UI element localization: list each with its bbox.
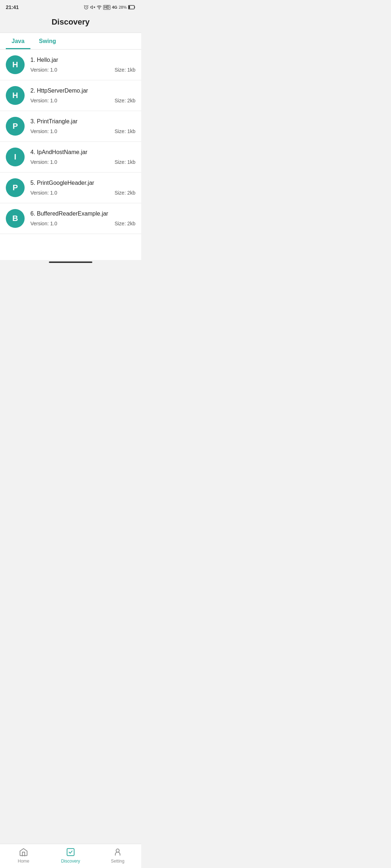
item-meta: Version: 1.0 Size: 2kb bbox=[30, 221, 135, 226]
item-version: Version: 1.0 bbox=[30, 190, 57, 196]
item-meta: Version: 1.0 Size: 2kb bbox=[30, 98, 135, 103]
jar-list: H 1. Hello.jar Version: 1.0 Size: 1kb H … bbox=[0, 50, 141, 260]
item-name: 1. Hello.jar bbox=[30, 57, 135, 63]
item-size: Size: 1kb bbox=[114, 67, 135, 73]
alarm-icon bbox=[84, 5, 89, 10]
item-meta: Version: 1.0 Size: 2kb bbox=[30, 190, 135, 196]
item-name: 2. HttpServerDemo.jar bbox=[30, 88, 135, 94]
item-meta: Version: 1.0 Size: 1kb bbox=[30, 67, 135, 73]
list-item[interactable]: H 1. Hello.jar Version: 1.0 Size: 1kb bbox=[0, 50, 141, 80]
tabs-container: Java Swing bbox=[0, 33, 141, 50]
avatar: H bbox=[6, 55, 25, 74]
item-size: Size: 2kb bbox=[114, 98, 135, 103]
item-name: 4. IpAndHostName.jar bbox=[30, 149, 135, 156]
item-version: Version: 1.0 bbox=[30, 159, 57, 165]
list-item[interactable]: H 2. HttpServerDemo.jar Version: 1.0 Siz… bbox=[0, 80, 141, 111]
home-indicator bbox=[49, 261, 92, 263]
svg-rect-5 bbox=[129, 6, 130, 9]
wifi-icon bbox=[97, 5, 102, 10]
svg-point-3 bbox=[99, 9, 99, 9]
page-title: Discovery bbox=[6, 17, 135, 27]
avatar: P bbox=[6, 117, 25, 136]
list-item[interactable]: B 6. BufferedReaderExample.jar Version: … bbox=[0, 203, 141, 234]
avatar: H bbox=[6, 86, 25, 105]
item-info: 3. PrintTriangle.jar Version: 1.0 Size: … bbox=[30, 118, 135, 134]
item-size: Size: 2kb bbox=[114, 221, 135, 226]
list-item[interactable]: I 4. IpAndHostName.jar Version: 1.0 Size… bbox=[0, 142, 141, 173]
hd-badge: HD bbox=[103, 5, 110, 10]
item-info: 4. IpAndHostName.jar Version: 1.0 Size: … bbox=[30, 149, 135, 165]
item-version: Version: 1.0 bbox=[30, 128, 57, 134]
status-icons: HD 4G 28% bbox=[84, 5, 135, 10]
battery-text: 28% bbox=[119, 5, 127, 9]
item-name: 3. PrintTriangle.jar bbox=[30, 118, 135, 125]
avatar: B bbox=[6, 209, 25, 228]
signal-text: 4G bbox=[112, 5, 117, 9]
item-version: Version: 1.0 bbox=[30, 67, 57, 73]
tab-java[interactable]: Java bbox=[6, 33, 30, 49]
item-size: Size: 2kb bbox=[114, 190, 135, 196]
item-size: Size: 1kb bbox=[114, 159, 135, 165]
item-name: 6. BufferedReaderExample.jar bbox=[30, 210, 135, 217]
avatar: P bbox=[6, 178, 25, 197]
item-size: Size: 1kb bbox=[114, 128, 135, 134]
page-header: Discovery bbox=[0, 13, 141, 33]
item-info: 5. PrintGoogleHeader.jar Version: 1.0 Si… bbox=[30, 180, 135, 196]
list-item[interactable]: P 5. PrintGoogleHeader.jar Version: 1.0 … bbox=[0, 173, 141, 203]
item-meta: Version: 1.0 Size: 1kb bbox=[30, 159, 135, 165]
mute-icon bbox=[90, 5, 95, 10]
item-info: 6. BufferedReaderExample.jar Version: 1.… bbox=[30, 210, 135, 226]
item-version: Version: 1.0 bbox=[30, 221, 57, 226]
item-version: Version: 1.0 bbox=[30, 98, 57, 103]
status-time: 21:41 bbox=[6, 4, 19, 10]
battery-icon bbox=[128, 5, 135, 9]
tab-swing[interactable]: Swing bbox=[33, 33, 62, 49]
list-item[interactable]: P 3. PrintTriangle.jar Version: 1.0 Size… bbox=[0, 111, 141, 142]
avatar: I bbox=[6, 148, 25, 166]
status-bar: 21:41 HD 4G 28% bbox=[0, 0, 141, 13]
item-name: 5. PrintGoogleHeader.jar bbox=[30, 180, 135, 186]
item-meta: Version: 1.0 Size: 1kb bbox=[30, 128, 135, 134]
item-info: 1. Hello.jar Version: 1.0 Size: 1kb bbox=[30, 57, 135, 73]
item-info: 2. HttpServerDemo.jar Version: 1.0 Size:… bbox=[30, 88, 135, 103]
